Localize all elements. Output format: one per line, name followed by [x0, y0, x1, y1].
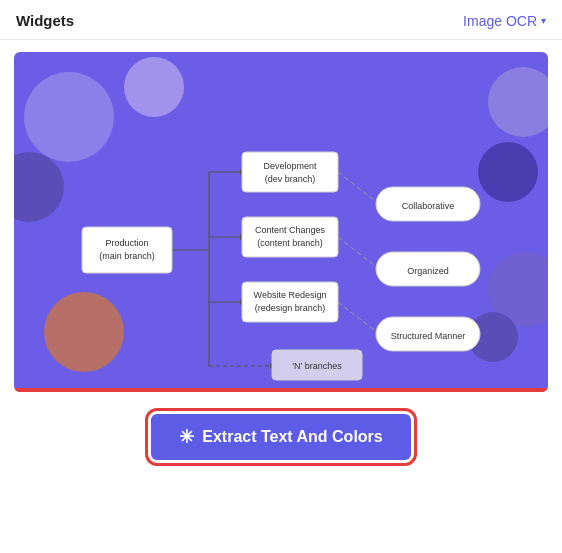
diagram-background: Production (main branch) Development (de… — [14, 52, 548, 392]
header-title: Widgets — [16, 12, 74, 29]
header-divider — [0, 39, 562, 40]
svg-text:Organized: Organized — [407, 266, 449, 276]
button-area: ✳ Extract Text And Colors — [0, 406, 562, 460]
svg-rect-16 — [242, 152, 338, 192]
svg-text:'N' branches: 'N' branches — [292, 361, 342, 371]
svg-line-12 — [338, 302, 379, 334]
chevron-down-icon: ▾ — [541, 15, 546, 26]
svg-text:Development: Development — [263, 161, 317, 171]
ocr-label: Image OCR — [463, 13, 537, 29]
svg-text:Structured Manner: Structured Manner — [391, 331, 466, 341]
svg-text:Collaborative: Collaborative — [402, 201, 455, 211]
widget-header: Widgets Image OCR ▾ — [0, 0, 562, 39]
svg-text:(redesign branch): (redesign branch) — [255, 303, 326, 313]
svg-text:Website Redesign: Website Redesign — [254, 290, 327, 300]
svg-line-11 — [338, 237, 379, 269]
svg-rect-22 — [242, 282, 338, 322]
svg-text:(main branch): (main branch) — [99, 251, 155, 261]
svg-text:Production: Production — [105, 238, 148, 248]
extract-button-label: Extract Text And Colors — [202, 428, 382, 446]
svg-rect-13 — [82, 227, 172, 273]
svg-line-10 — [338, 172, 379, 204]
svg-text:Content Changes: Content Changes — [255, 225, 326, 235]
extract-icon: ✳ — [179, 426, 194, 448]
diagram-svg: Production (main branch) Development (de… — [14, 52, 548, 392]
svg-text:(content branch): (content branch) — [257, 238, 323, 248]
extract-text-colors-button[interactable]: ✳ Extract Text And Colors — [151, 414, 410, 460]
svg-text:(dev branch): (dev branch) — [265, 174, 316, 184]
image-ocr-dropdown[interactable]: Image OCR ▾ — [463, 13, 546, 29]
svg-rect-19 — [242, 217, 338, 257]
diagram-image: Production (main branch) Development (de… — [14, 52, 548, 392]
progress-bar — [14, 388, 548, 392]
